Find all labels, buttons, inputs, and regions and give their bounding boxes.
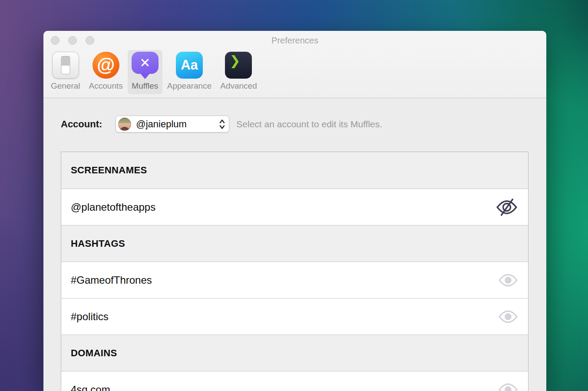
- tab-appearance[interactable]: Aa Appearance: [163, 50, 215, 94]
- section-header-domains: DOMAINS: [61, 335, 528, 371]
- eye-icon[interactable]: [499, 273, 518, 287]
- muffle-item-label: 4sq.com: [71, 384, 499, 391]
- muffles-pane: Account: @janieplum Select an account to…: [43, 99, 546, 391]
- section-header-label: HASHTAGS: [71, 238, 125, 249]
- muffle-item-label: #politics: [71, 311, 499, 323]
- avatar: [118, 118, 131, 131]
- muffle-row-planetoftheapps[interactable]: @planetoftheapps: [61, 189, 528, 225]
- tab-label: Advanced: [220, 81, 257, 91]
- toggle-switch-glyph: [61, 56, 70, 74]
- section-header-hashtags: HASHTAGS: [61, 225, 528, 262]
- appearance-aa-icon: Aa: [176, 52, 203, 79]
- desktop-wallpaper: Preferences General @ Accounts ✕: [0, 0, 588, 391]
- eye-slash-icon[interactable]: [496, 198, 518, 216]
- window-title: Preferences: [43, 36, 546, 46]
- section-header-label: SCREENNAMES: [71, 165, 147, 176]
- muffle-item-label: @planetoftheapps: [71, 201, 496, 213]
- eye-icon[interactable]: [499, 310, 518, 324]
- tab-accounts[interactable]: @ Accounts: [85, 50, 127, 94]
- muffle-item-label: #GameofThrones: [71, 274, 499, 286]
- tab-label: Muffles: [132, 81, 158, 91]
- chevron-up-down-icon: [219, 119, 225, 130]
- terminal-prompt-glyph: ❯: [229, 53, 240, 68]
- account-row: Account: @janieplum Select an account to…: [61, 116, 382, 133]
- account-helper-text: Select an account to edit its Muffles.: [236, 119, 382, 129]
- titlebar: Preferences General @ Accounts ✕: [43, 31, 546, 98]
- muffle-row-gameofthrones[interactable]: #GameofThrones: [61, 262, 528, 298]
- muffle-row-politics[interactable]: #politics: [61, 298, 528, 335]
- tab-general[interactable]: General: [47, 50, 84, 94]
- account-label: Account:: [61, 119, 102, 130]
- tab-muffles[interactable]: ✕ Muffles: [128, 50, 162, 94]
- tab-label: General: [51, 81, 80, 91]
- tab-label: Appearance: [167, 81, 211, 91]
- account-select[interactable]: @janieplum: [116, 116, 229, 133]
- muffle-table: SCREENNAMES @planetoftheapps HASHTAGS: [61, 152, 529, 391]
- muffles-x-glyph: ✕: [132, 52, 159, 74]
- accounts-at-icon: @: [92, 52, 119, 79]
- muffles-bubble-icon: ✕: [132, 52, 159, 79]
- preferences-window: Preferences General @ Accounts ✕: [43, 31, 546, 391]
- preferences-toolbar: General @ Accounts ✕ Muffles Aa Appearan…: [47, 50, 261, 94]
- general-toggle-icon: [52, 52, 79, 79]
- muffle-row-4sq[interactable]: 4sq.com: [61, 371, 528, 391]
- tab-advanced[interactable]: ❯ Advanced: [216, 50, 261, 94]
- eye-icon[interactable]: [499, 383, 518, 391]
- advanced-terminal-icon: ❯: [225, 52, 252, 79]
- section-header-screennames: SCREENNAMES: [61, 152, 528, 189]
- selected-account-name: @janieplum: [136, 119, 219, 130]
- section-header-label: DOMAINS: [71, 348, 117, 359]
- bubble-tail: [140, 73, 150, 79]
- tab-label: Accounts: [89, 81, 123, 91]
